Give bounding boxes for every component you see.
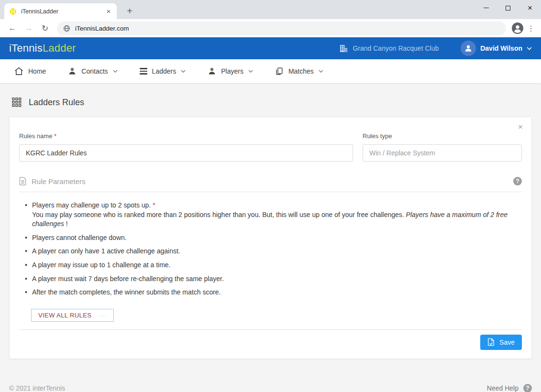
rules-type-field: Rules type bbox=[363, 132, 522, 162]
card-close-icon[interactable]: × bbox=[518, 123, 523, 131]
rule-item: After the match completes, the winner su… bbox=[25, 288, 522, 297]
logo-text-secondary: Ladder bbox=[43, 42, 76, 54]
page-content: Ladders Rules × Rules name * Rules type bbox=[0, 94, 541, 392]
rule-text: A player can only have 1 active challeng… bbox=[32, 247, 180, 255]
copyright-text: © 2021 interTennis bbox=[9, 384, 65, 392]
nav-item-home[interactable]: Home bbox=[14, 67, 46, 76]
app-header: iTennisLadder Grand Canyon Ra bbox=[0, 37, 541, 59]
nav-item-matches[interactable]: Matches bbox=[275, 67, 323, 76]
user-avatar bbox=[461, 41, 476, 56]
rule-parameters-header: Rule Parameters ? bbox=[19, 177, 522, 192]
window-controls: × bbox=[475, 0, 541, 16]
chevron-down-icon bbox=[113, 70, 118, 73]
nav-label: Players bbox=[221, 67, 243, 75]
window-close-button[interactable]: × bbox=[519, 0, 541, 16]
ladder-menu-icon bbox=[140, 68, 147, 75]
minimize-icon bbox=[484, 8, 489, 8]
rule-text: A player must wait 7 days before re-chal… bbox=[32, 275, 224, 283]
ellipsis-icon: ··· bbox=[99, 312, 107, 319]
rules-name-label: Rules name * bbox=[19, 132, 353, 140]
rule-text: Players may challenge up to 2 spots up. bbox=[32, 201, 151, 209]
logo-text-primary: iTennis bbox=[9, 42, 43, 54]
globe-icon bbox=[63, 25, 70, 32]
need-help-link[interactable]: Need Help ? bbox=[487, 384, 532, 392]
forward-button[interactable]: → bbox=[22, 22, 35, 35]
club-selector[interactable]: Grand Canyon Racquet Club bbox=[339, 44, 439, 53]
maximize-icon bbox=[506, 6, 510, 11]
rule-text: A player may issue up to 1 challenge at … bbox=[32, 261, 171, 269]
rule-text: Players cannot challenge down. bbox=[32, 234, 127, 241]
pages-icon bbox=[275, 67, 284, 76]
rule-item: Players cannot challenge down. bbox=[25, 233, 522, 243]
rules-type-label: Rules type bbox=[363, 132, 522, 140]
browser-menu-button[interactable]: ⋮ bbox=[525, 24, 537, 33]
tennis-ball-icon bbox=[9, 8, 17, 15]
profile-avatar-icon bbox=[512, 22, 523, 34]
nav-item-ladders[interactable]: Ladders bbox=[140, 67, 186, 75]
app-logo[interactable]: iTennisLadder bbox=[9, 42, 76, 54]
nav-label: Matches bbox=[288, 67, 314, 75]
rule-text: After the match completes, the winner su… bbox=[32, 288, 221, 296]
help-icon[interactable]: ? bbox=[513, 177, 522, 185]
window-minimize-button[interactable] bbox=[475, 0, 497, 16]
browser-tab-strip: iTennisLadder × + × bbox=[0, 0, 541, 19]
club-name: Grand Canyon Racquet Club bbox=[353, 44, 439, 52]
reload-button[interactable]: ↻ bbox=[38, 22, 52, 35]
tab-title: iTennisLadder bbox=[21, 8, 104, 15]
rules-name-field: Rules name * bbox=[19, 132, 353, 162]
rules-list: Players may challenge up to 2 spots up. … bbox=[25, 201, 522, 297]
document-icon bbox=[19, 177, 26, 185]
rules-card: × Rules name * Rules type bbox=[9, 117, 532, 359]
rules-form-row: Rules name * Rules type bbox=[19, 132, 522, 162]
user-menu[interactable]: David Wilson bbox=[461, 41, 532, 56]
tab-close-icon[interactable]: × bbox=[104, 7, 113, 16]
rules-type-input[interactable] bbox=[363, 144, 522, 162]
chevron-down-icon bbox=[248, 70, 253, 73]
save-icon bbox=[487, 338, 495, 346]
user-name: David Wilson bbox=[480, 44, 522, 52]
view-all-rules-label: VIEW ALL RULES bbox=[38, 312, 91, 319]
save-button[interactable]: Save bbox=[480, 335, 522, 350]
url-text: iTennisLadder.com bbox=[75, 25, 129, 32]
grid-icon bbox=[12, 98, 22, 107]
page-footer: © 2021 interTennis Need Help ? bbox=[9, 384, 532, 392]
save-label: Save bbox=[499, 338, 515, 346]
rule-item: Players may challenge up to 2 spots up. … bbox=[25, 201, 522, 229]
rule-item: A player may issue up to 1 challenge at … bbox=[25, 261, 522, 270]
rule-subtext: You may play someone who is ranked more … bbox=[32, 211, 404, 218]
browser-tab[interactable]: iTennisLadder × bbox=[4, 3, 117, 19]
nav-item-contacts[interactable]: Contacts bbox=[68, 67, 117, 76]
rules-name-input[interactable] bbox=[19, 144, 353, 162]
view-all-rules-button[interactable]: VIEW ALL RULES ··· bbox=[31, 309, 114, 322]
required-marker: * bbox=[54, 132, 56, 140]
chevron-down-icon bbox=[319, 70, 323, 73]
chevron-down-icon bbox=[527, 47, 532, 50]
building-icon bbox=[339, 44, 348, 53]
nav-label: Home bbox=[28, 67, 46, 75]
nav-item-players[interactable]: Players bbox=[208, 67, 253, 76]
header-right: Grand Canyon Racquet Club David Wilson bbox=[339, 41, 532, 56]
back-button[interactable]: ← bbox=[6, 22, 19, 35]
main-nav: Home Contacts Ladders Players bbox=[0, 59, 541, 83]
browser-profile-button[interactable] bbox=[512, 22, 523, 34]
rule-subtext-end: ! bbox=[66, 220, 68, 228]
label-text: Rules type bbox=[363, 132, 392, 140]
address-bar[interactable]: iTennisLadder.com bbox=[57, 22, 506, 35]
section-title: Rule Parameters bbox=[32, 177, 86, 185]
label-text: Rules name bbox=[19, 132, 52, 140]
new-tab-button[interactable]: + bbox=[123, 5, 136, 18]
page-title-row: Ladders Rules bbox=[12, 94, 532, 110]
need-help-label: Need Help bbox=[487, 384, 519, 392]
nav-label: Contacts bbox=[81, 67, 108, 75]
window-maximize-button[interactable] bbox=[497, 0, 519, 16]
browser-toolbar: ← → ↻ iTennisLadder.com ⋮ bbox=[0, 19, 541, 37]
chevron-down-icon bbox=[181, 70, 186, 73]
card-divider bbox=[19, 329, 522, 330]
rule-item: A player must wait 7 days before re-chal… bbox=[25, 274, 522, 284]
person-icon bbox=[68, 67, 77, 76]
card-actions: Save bbox=[19, 335, 522, 350]
nav-label: Ladders bbox=[152, 67, 177, 75]
close-icon: × bbox=[528, 4, 532, 12]
required-marker: * bbox=[153, 201, 155, 209]
person-icon bbox=[208, 67, 216, 76]
